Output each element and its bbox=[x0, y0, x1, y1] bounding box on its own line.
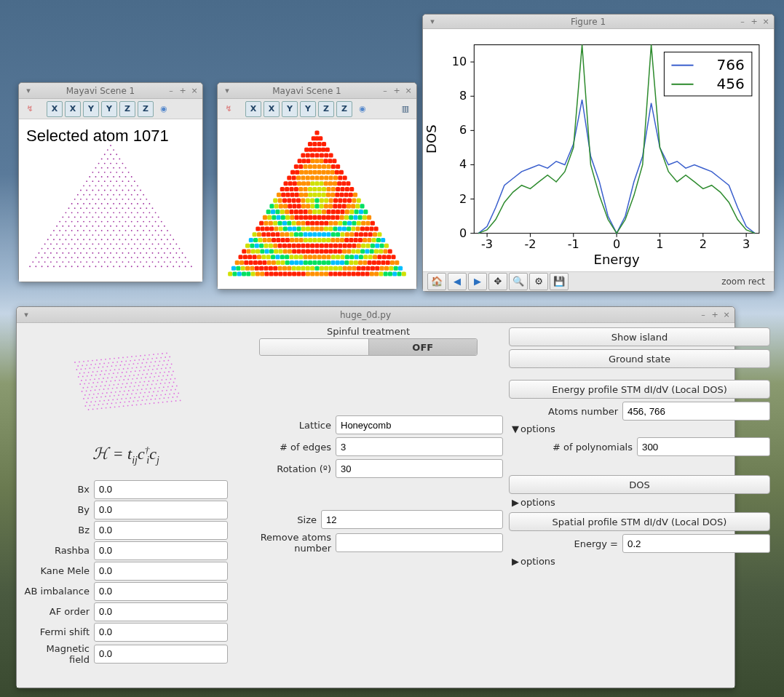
view-y-button[interactable]: Y bbox=[83, 101, 99, 117]
perspective-icon[interactable]: ↯ bbox=[221, 101, 237, 117]
close-icon[interactable]: × bbox=[403, 86, 413, 96]
svg-point-277 bbox=[47, 248, 49, 250]
scene-viewport[interactable]: Selected atom 1071 bbox=[19, 119, 202, 282]
menu-icon[interactable]: ▾ bbox=[427, 17, 437, 27]
lattice-select[interactable]: Honeycomb bbox=[336, 415, 503, 434]
field-input-0[interactable] bbox=[94, 480, 228, 499]
svg-rect-898 bbox=[278, 272, 282, 276]
maximize-icon[interactable]: + bbox=[178, 86, 188, 96]
svg-point-1043 bbox=[154, 365, 155, 367]
zoom-icon[interactable]: 🔍 bbox=[509, 273, 528, 290]
options-disclosure-1[interactable]: ▼ options bbox=[509, 422, 770, 436]
size-input[interactable] bbox=[321, 510, 503, 529]
ground-state-button[interactable]: Ground state bbox=[509, 349, 770, 368]
close-icon[interactable]: × bbox=[721, 310, 732, 320]
titlebar[interactable]: ▾ Mayavi Scene 1 – + × bbox=[19, 83, 202, 99]
minimize-icon[interactable]: – bbox=[737, 17, 748, 27]
menu-icon[interactable]: ▾ bbox=[23, 86, 33, 96]
view-z-button[interactable]: Z bbox=[318, 101, 334, 117]
svg-point-240 bbox=[101, 239, 103, 240]
svg-text:8: 8 bbox=[459, 89, 467, 103]
svg-rect-723 bbox=[278, 244, 282, 248]
field-input-1[interactable] bbox=[94, 501, 228, 519]
view-y2-button[interactable]: Y bbox=[101, 101, 117, 117]
show-island-button[interactable]: Show island bbox=[509, 327, 770, 346]
svg-rect-558 bbox=[355, 204, 360, 208]
svg-point-118 bbox=[146, 207, 147, 209]
config-icon[interactable]: ⚙ bbox=[529, 273, 548, 290]
view-x-button[interactable]: X bbox=[245, 101, 261, 117]
svg-point-1060 bbox=[130, 371, 132, 373]
back-icon[interactable]: ◀ bbox=[448, 273, 467, 290]
view-y2-button[interactable]: Y bbox=[300, 101, 316, 117]
pan-icon[interactable]: ✥ bbox=[488, 273, 507, 290]
svg-rect-458 bbox=[287, 176, 291, 180]
atoms-number-input[interactable] bbox=[622, 402, 770, 421]
field-input-4[interactable] bbox=[94, 562, 228, 581]
svg-rect-506 bbox=[295, 193, 299, 197]
isometric-icon[interactable]: ◉ bbox=[156, 101, 172, 117]
svg-rect-833 bbox=[322, 260, 326, 265]
titlebar[interactable]: ▾ huge_0d.py – + × bbox=[17, 307, 734, 323]
field-input-3[interactable] bbox=[94, 541, 228, 560]
options-disclosure-2[interactable]: ▶ options bbox=[509, 495, 770, 509]
menu-icon[interactable]: ▾ bbox=[222, 86, 232, 96]
view-x2-button[interactable]: X bbox=[65, 101, 81, 117]
save-icon[interactable]: 💾 bbox=[550, 273, 569, 290]
isometric-icon[interactable]: ◉ bbox=[355, 101, 371, 117]
view-x2-button[interactable]: X bbox=[264, 101, 280, 117]
svg-point-202 bbox=[125, 230, 127, 231]
view-z-button[interactable]: Z bbox=[119, 101, 135, 117]
middle-column: Spinful treatment OFF Lattice Honeycomb … bbox=[234, 326, 503, 682]
plot-canvas[interactable]: -3-2-101230246810EnergyDOS766456 bbox=[423, 29, 774, 271]
svg-rect-608 bbox=[269, 221, 273, 226]
field-input-7[interactable] bbox=[94, 623, 228, 642]
dos-button[interactable]: DOS bbox=[509, 475, 770, 494]
polynomials-input[interactable] bbox=[637, 437, 770, 456]
view-y-button[interactable]: Y bbox=[282, 101, 298, 117]
svg-rect-644 bbox=[314, 226, 319, 231]
forward-icon[interactable]: ▶ bbox=[468, 273, 487, 290]
svg-rect-448 bbox=[299, 170, 304, 175]
extra-tool-icon[interactable]: ▥ bbox=[397, 101, 413, 117]
field-input-6[interactable] bbox=[94, 602, 228, 621]
view-x-button[interactable]: X bbox=[47, 101, 63, 117]
maximize-icon[interactable]: + bbox=[392, 86, 402, 96]
edges-input[interactable] bbox=[336, 437, 503, 456]
svg-rect-794 bbox=[304, 255, 308, 259]
spatial-profile-button[interactable]: Spatial profile STM dI/dV (Local DOS) bbox=[509, 512, 770, 531]
view-z2-button[interactable]: Z bbox=[138, 101, 154, 117]
titlebar[interactable]: ▾ Figure 1 – + × bbox=[423, 15, 774, 29]
remove-atoms-input[interactable] bbox=[336, 533, 503, 552]
svg-rect-570 bbox=[312, 210, 317, 214]
svg-rect-417 bbox=[317, 148, 321, 152]
spinful-toggle[interactable]: OFF bbox=[259, 338, 478, 356]
rotation-input[interactable] bbox=[336, 459, 503, 478]
field-label-0: Bx bbox=[24, 484, 94, 495]
minimize-icon[interactable]: – bbox=[698, 310, 708, 320]
energy-input[interactable] bbox=[622, 534, 770, 553]
size-label: Size bbox=[234, 514, 321, 525]
minimize-icon[interactable]: – bbox=[380, 86, 390, 96]
field-input-5[interactable] bbox=[94, 582, 228, 601]
scene-viewport[interactable] bbox=[218, 119, 416, 289]
titlebar[interactable]: ▾ Mayavi Scene 1 – + × bbox=[218, 83, 416, 99]
energy-profile-button[interactable]: Energy profile STM dI/dV (Local DOS) bbox=[509, 380, 770, 399]
perspective-icon[interactable]: ↯ bbox=[22, 101, 38, 117]
svg-point-402 bbox=[173, 266, 174, 267]
field-input-8[interactable] bbox=[94, 645, 228, 664]
menu-icon[interactable]: ▾ bbox=[21, 310, 31, 320]
field-input-2[interactable] bbox=[94, 521, 228, 540]
maximize-icon[interactable]: + bbox=[710, 310, 720, 320]
svg-rect-603 bbox=[358, 215, 363, 220]
maximize-icon[interactable]: + bbox=[749, 17, 759, 27]
svg-rect-579 bbox=[355, 210, 359, 214]
options-disclosure-3[interactable]: ▶ options bbox=[509, 554, 770, 568]
minimize-icon[interactable]: – bbox=[166, 86, 176, 96]
close-icon[interactable]: × bbox=[189, 86, 199, 96]
view-z2-button[interactable]: Z bbox=[336, 101, 352, 117]
svg-point-68 bbox=[89, 194, 90, 196]
svg-rect-647 bbox=[328, 226, 333, 231]
close-icon[interactable]: × bbox=[761, 17, 771, 27]
home-icon[interactable]: 🏠 bbox=[427, 273, 446, 290]
